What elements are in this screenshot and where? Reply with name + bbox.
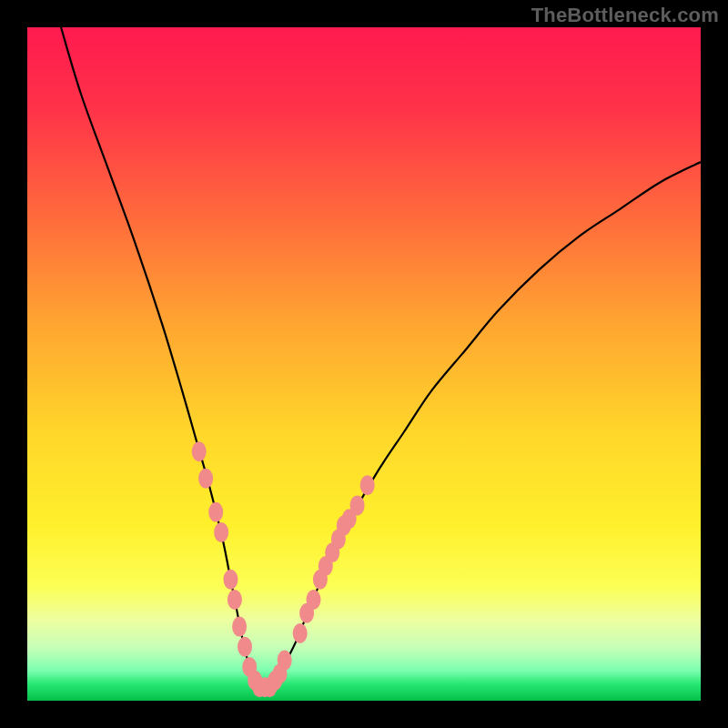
curve-marker <box>278 651 292 671</box>
curve-marker <box>198 469 213 489</box>
bottleneck-curve-path <box>61 27 701 688</box>
curve-marker <box>223 570 238 590</box>
curve-marker <box>307 590 321 610</box>
chart-svg <box>27 27 701 701</box>
curve-marker <box>228 590 242 610</box>
marker-group <box>192 441 375 697</box>
curve-marker <box>293 623 308 643</box>
curve-marker <box>192 441 207 461</box>
attribution-label: TheBottleneck.com <box>531 4 719 27</box>
curve-marker <box>214 522 228 542</box>
curve-marker <box>360 475 375 495</box>
curve-marker <box>208 502 223 522</box>
curve-marker <box>238 637 252 657</box>
plot-area <box>27 27 701 701</box>
chart-frame: TheBottleneck.com <box>0 0 728 728</box>
curve-marker <box>232 617 247 637</box>
curve-marker <box>350 495 365 515</box>
